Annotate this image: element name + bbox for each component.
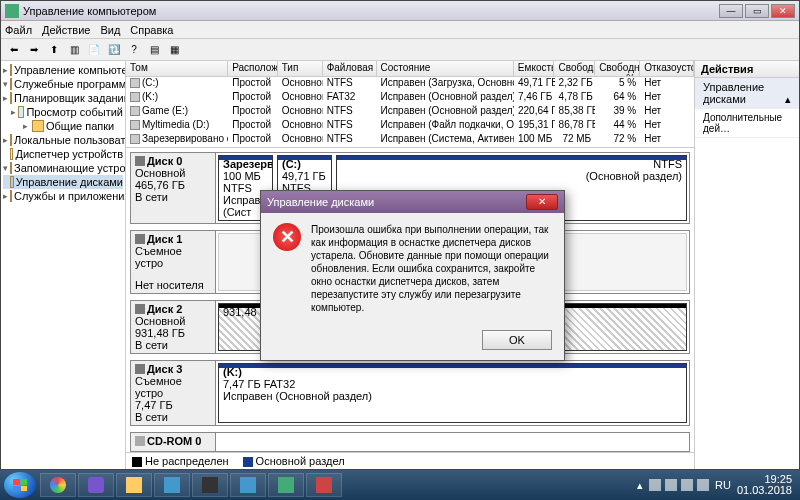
maximize-button[interactable]: ▭ [745,4,769,18]
disk-3[interactable]: Диск 3Съемное устро7,47 ГБВ сети (K:)7,4… [130,360,690,426]
language-indicator[interactable]: RU [715,479,731,491]
taskbar-app[interactable] [268,473,304,497]
menu-view[interactable]: Вид [100,24,120,36]
error-icon: ✕ [273,223,301,251]
tree-shared-folders[interactable]: ▸Общие папки [3,119,123,133]
taskbar[interactable]: ▴ RU 19:2501.03.2018 [0,470,800,500]
volume-row[interactable]: (C:)ПростойОсновнойNTFSИсправен (Загрузк… [126,77,694,91]
minimize-button[interactable]: — [719,4,743,18]
tree-root[interactable]: ▸Управление компьютером (л [3,63,123,77]
error-dialog: Управление дисками ✕ ✕ Произошла ошибка … [260,190,565,361]
menubar: Файл Действие Вид Справка [1,21,799,39]
col-status[interactable]: Состояние [377,61,514,76]
actions-panel: Действия Управление дисками ▴ Дополнител… [694,61,799,469]
back-button[interactable]: ⬅ [5,41,23,59]
toolbar: ⬅ ➡ ⬆ ▥ 📄 🔃 ? ▤ ▦ [1,39,799,61]
col-capacity[interactable]: Емкость [514,61,555,76]
taskbar-app-viber[interactable] [78,473,114,497]
col-fault[interactable]: Отказоустойчивос [640,61,694,76]
clock[interactable]: 19:2501.03.2018 [737,474,792,496]
menu-file[interactable]: Файл [5,24,32,36]
app-icon [5,4,19,18]
detail-view-button[interactable]: ▦ [165,41,183,59]
help-button[interactable]: ? [125,41,143,59]
chevron-up-icon: ▴ [785,93,791,106]
properties-button[interactable]: 📄 [85,41,103,59]
nav-tree[interactable]: ▸Управление компьютером (л ▾Служебные пр… [1,61,126,469]
tree-system-tools[interactable]: ▾Служебные программы [3,77,123,91]
show-hide-tree-button[interactable]: ▥ [65,41,83,59]
tree-disk-management[interactable]: Управление дисками [3,175,123,189]
col-type[interactable]: Тип [278,61,323,76]
tray-icons[interactable] [649,479,709,491]
legend: Не распределен Основной раздел [126,452,694,469]
tree-device-manager[interactable]: Диспетчер устройств [3,147,123,161]
taskbar-app[interactable] [154,473,190,497]
tree-storage[interactable]: ▾Запоминающие устройст [3,161,123,175]
taskbar-app[interactable] [230,473,266,497]
dialog-title: Управление дисками [267,196,526,208]
up-button[interactable]: ⬆ [45,41,63,59]
volume-list[interactable]: Том Расположение Тип Файловая система Со… [126,61,694,148]
col-fs[interactable]: Файловая система [323,61,377,76]
list-view-button[interactable]: ▤ [145,41,163,59]
taskbar-app[interactable] [192,473,228,497]
tree-event-viewer[interactable]: ▸Просмотр событий [3,105,123,119]
close-button[interactable]: ✕ [771,4,795,18]
actions-more[interactable]: Дополнительные дей… [695,109,799,138]
dialog-message: Произошла ошибка при выполнении операции… [311,223,552,314]
partition[interactable]: (K:)7,47 ГБ FAT32Исправен (Основной разд… [218,363,687,423]
windows-icon [13,479,27,491]
tree-task-scheduler[interactable]: ▸Планировщик заданий [3,91,123,105]
tree-local-users[interactable]: ▸Локальные пользоват [3,133,123,147]
volume-row[interactable]: Зарезервировано системойПростойОсновнойN… [126,133,694,147]
window-title: Управление компьютером [23,5,719,17]
taskbar-app-chrome[interactable] [40,473,76,497]
titlebar[interactable]: Управление компьютером — ▭ ✕ [1,1,799,21]
actions-group[interactable]: Управление дисками ▴ [695,78,799,109]
taskbar-app[interactable] [306,473,342,497]
forward-button[interactable]: ➡ [25,41,43,59]
dialog-close-button[interactable]: ✕ [526,194,558,210]
col-pct[interactable]: Свободно % [595,61,640,76]
actions-header: Действия [695,61,799,78]
menu-action[interactable]: Действие [42,24,90,36]
taskbar-app-explorer[interactable] [116,473,152,497]
col-volume[interactable]: Том [126,61,228,76]
volume-row[interactable]: (K:)ПростойОсновнойFAT32Исправен (Основн… [126,91,694,105]
menu-help[interactable]: Справка [130,24,173,36]
volume-list-header[interactable]: Том Расположение Тип Файловая система Со… [126,61,694,77]
ok-button[interactable]: OK [482,330,552,350]
start-button[interactable] [4,472,36,498]
cdrom-0[interactable]: CD-ROM 0 [130,432,690,452]
col-layout[interactable]: Расположение [228,61,277,76]
tree-services[interactable]: ▸Службы и приложения [3,189,123,203]
refresh-button[interactable]: 🔃 [105,41,123,59]
col-free[interactable]: Свободно [554,61,595,76]
tray-expand-icon[interactable]: ▴ [637,479,643,492]
system-tray[interactable]: ▴ RU 19:2501.03.2018 [637,474,796,496]
volume-row[interactable]: Myltimedia (D:)ПростойОсновнойNTFSИсправ… [126,119,694,133]
dialog-titlebar[interactable]: Управление дисками ✕ [261,191,564,213]
volume-row[interactable]: Game (E:)ПростойОсновнойNTFSИсправен (Ос… [126,105,694,119]
